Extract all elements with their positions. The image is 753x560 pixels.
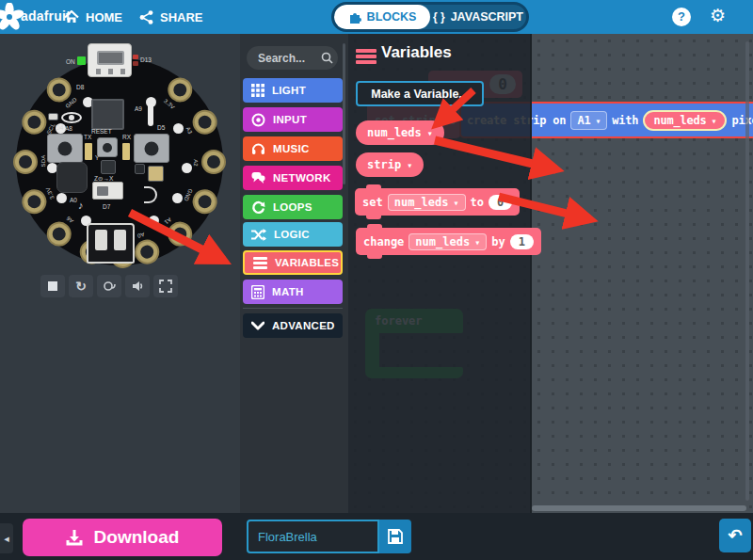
chat-bubbles-icon bbox=[251, 171, 265, 184]
category-variables[interactable]: VARIABLES bbox=[243, 250, 343, 275]
category-loops[interactable]: LOOPS bbox=[243, 195, 343, 219]
variable-oval[interactable]: num_leds bbox=[643, 110, 727, 131]
stop-icon bbox=[48, 281, 57, 291]
download-button[interactable]: Download bbox=[23, 519, 222, 556]
expand-icon bbox=[159, 280, 172, 293]
button-a[interactable] bbox=[47, 134, 83, 163]
variable-dropdown[interactable]: num_leds bbox=[409, 233, 487, 250]
pin-dropdown[interactable]: A1 bbox=[570, 111, 607, 130]
slide-switch[interactable] bbox=[92, 182, 123, 200]
category-light[interactable]: LIGHT bbox=[243, 78, 343, 103]
category-network[interactable]: NETWORK bbox=[243, 166, 343, 190]
chevron-down-icon bbox=[407, 158, 412, 171]
battery-connector bbox=[87, 223, 135, 264]
chevron-down-icon bbox=[251, 321, 264, 330]
chevron-down-icon bbox=[712, 114, 717, 127]
gear-icon[interactable] bbox=[710, 5, 726, 26]
block-text: with bbox=[612, 114, 638, 127]
tab-blocks[interactable]: BLOCKS bbox=[334, 5, 430, 29]
simulator-panel: GNDSCLSDA3.3VA6A7GND3.3VA3A2GNDA1A0 ON D… bbox=[0, 34, 240, 513]
circuit-playground-board[interactable]: GNDSCLSDA3.3VA6A7GND3.3VA3A2GNDA1A0 ON D… bbox=[16, 58, 223, 265]
neopixel-led bbox=[182, 163, 192, 173]
variable-pill-num-leds[interactable]: num_leds bbox=[356, 120, 444, 145]
shuffle-icon bbox=[251, 229, 266, 241]
chevron-down-icon bbox=[453, 196, 458, 209]
home-icon bbox=[64, 10, 79, 24]
variables-list-icon bbox=[253, 255, 267, 271]
flyout-title: Variables bbox=[381, 43, 452, 62]
stop-button[interactable] bbox=[40, 275, 65, 297]
headphones-icon bbox=[251, 142, 265, 155]
number-value[interactable]: 1 bbox=[510, 234, 534, 249]
editor-tabs: BLOCKS JAVASCRIPT bbox=[331, 2, 529, 32]
category-logic[interactable]: LOGIC bbox=[243, 222, 343, 247]
variable-pill-strip[interactable]: strip bbox=[356, 152, 424, 177]
block-text: pixels bbox=[731, 114, 753, 127]
home-button[interactable]: HOME bbox=[56, 0, 130, 34]
restart-button[interactable]: ↻ bbox=[69, 275, 93, 297]
share-icon bbox=[139, 10, 153, 24]
make-variable-button[interactable]: Make a Variable... bbox=[356, 81, 484, 106]
project-name-input[interactable] bbox=[247, 520, 379, 553]
loop-icon bbox=[251, 200, 265, 215]
change-variable-block[interactable]: change num_leds by 1 bbox=[356, 228, 541, 255]
collapse-sim-button[interactable] bbox=[0, 523, 13, 553]
light-grid-icon bbox=[251, 84, 264, 97]
slow-mo-button[interactable] bbox=[97, 275, 121, 297]
tab-javascript[interactable]: JAVASCRIPT bbox=[430, 5, 526, 29]
variables-flyout: Variables Make a Variable... num_leds st… bbox=[348, 34, 532, 513]
mute-button[interactable] bbox=[125, 275, 150, 297]
calculator-icon bbox=[251, 285, 264, 299]
set-variable-block[interactable]: set num_leds to 0 bbox=[355, 188, 520, 216]
vertical-scrollbar[interactable] bbox=[745, 41, 749, 501]
category-music[interactable]: MUSIC bbox=[243, 136, 343, 161]
help-button[interactable]: ? bbox=[672, 8, 691, 26]
makecode-adafruit-app: 0 set strip to create strip on A1 with n… bbox=[0, 0, 753, 560]
category-math[interactable]: MATH bbox=[243, 280, 343, 304]
number-value[interactable]: 0 bbox=[489, 195, 512, 210]
input-dot-icon bbox=[251, 113, 265, 127]
fullscreen-button[interactable] bbox=[153, 275, 178, 297]
d13-led bbox=[133, 55, 138, 59]
chevron-down-icon bbox=[427, 126, 433, 139]
category-input[interactable]: INPUT bbox=[243, 107, 343, 132]
footer-bar: Download bbox=[0, 513, 753, 560]
main-chip bbox=[91, 99, 124, 130]
variable-dropdown[interactable]: num_leds bbox=[388, 194, 466, 211]
chevron-down-icon bbox=[595, 114, 601, 127]
variables-icon bbox=[356, 47, 376, 66]
mic-component bbox=[148, 166, 164, 182]
usb-connector bbox=[88, 43, 132, 77]
save-button[interactable] bbox=[379, 520, 411, 553]
neopixel-led bbox=[172, 193, 183, 203]
music-note-icon: ♪ bbox=[78, 200, 84, 211]
button-b[interactable] bbox=[134, 134, 169, 163]
speaker-icon bbox=[131, 280, 144, 293]
reset-button[interactable] bbox=[97, 137, 118, 157]
accelerometer-chip bbox=[101, 160, 116, 174]
simulator-controls: ↻ bbox=[40, 275, 178, 297]
sound-sensor-icon bbox=[144, 186, 157, 203]
app-header: adafruit HOME SHARE BLOCK bbox=[0, 0, 753, 34]
download-icon bbox=[66, 529, 83, 546]
floppy-icon bbox=[388, 529, 403, 544]
category-advanced[interactable]: ADVANCED bbox=[243, 313, 343, 338]
toolbox-scrollbar[interactable] bbox=[343, 43, 345, 184]
braces-icon bbox=[433, 10, 445, 24]
horizontal-scrollbar[interactable] bbox=[532, 505, 746, 511]
undo-button[interactable] bbox=[719, 519, 751, 552]
share-button[interactable]: SHARE bbox=[132, 0, 211, 34]
search-icon bbox=[321, 52, 333, 64]
puzzle-icon bbox=[348, 10, 361, 24]
temperature-sensor-icon bbox=[148, 104, 153, 126]
neopixel-led bbox=[173, 123, 184, 134]
power-led bbox=[77, 56, 86, 65]
snail-icon bbox=[103, 280, 116, 293]
toolbox-panel: LIGHT INPUT MUSIC NETWORK bbox=[240, 34, 348, 513]
neopixel-led bbox=[56, 193, 67, 203]
chevron-down-icon bbox=[474, 235, 480, 248]
restart-icon: ↻ bbox=[75, 279, 87, 294]
neopixel-led bbox=[149, 216, 159, 226]
speaker-component bbox=[56, 162, 88, 193]
light-sensor-icon bbox=[61, 112, 82, 123]
